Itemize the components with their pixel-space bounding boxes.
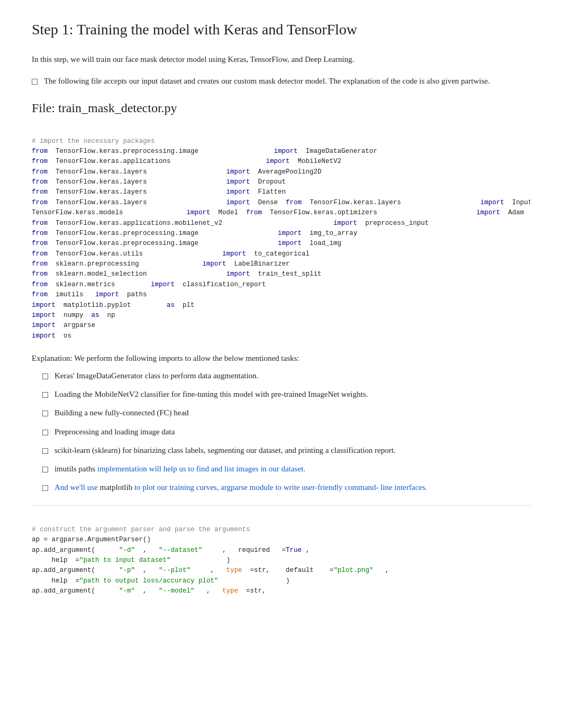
kw-from-12: from [32, 240, 48, 247]
bullet-icon-g: □ [42, 481, 48, 495]
kw-import-11: import [278, 230, 302, 237]
kw-from-9: from [246, 209, 262, 216]
explanation-text: Explanation: We perform the following im… [32, 352, 530, 365]
kw-import-8: import [187, 209, 211, 216]
kw-from-14: from [32, 260, 48, 268]
bullet-text-e: scikit-learn (sklearn) for binarizing cl… [55, 444, 396, 457]
code-block-imports: # import the necessary packages from Ten… [32, 124, 530, 343]
bullet-text-d: Preprocessing and loading image data [55, 426, 175, 438]
bullet-text-c: Building a new fully-connected (FC) head [55, 407, 189, 419]
bullet-item-c: □ Building a new fully-connected (FC) he… [42, 407, 530, 420]
bullets-list: □ Keras' ImageDataGenerator class to per… [42, 370, 530, 495]
code-block-argparse: # construct the argument parser and pars… [32, 512, 530, 598]
bullet-item-f: □ imutils paths implementation will help… [42, 463, 530, 476]
bullet-text-a: Keras' ImageDataGenerator class to perfo… [55, 370, 258, 382]
kw-from-7: from [286, 199, 302, 206]
bullet-text-b: Loading the MobileNetV2 classifier for f… [55, 388, 368, 401]
bullet-icon-f: □ [42, 463, 48, 476]
kw-import-10: import [333, 220, 357, 227]
str-9: "--model" [159, 587, 195, 595]
bullet-item-g: □ And we'll use matplotlib to plot our t… [42, 481, 530, 495]
type-2: type [222, 587, 238, 595]
kw-import-12: import [278, 240, 302, 247]
kw-true-1: True [286, 547, 302, 554]
kw-import-13: import [222, 250, 246, 258]
str-3: "path to input dataset" [79, 557, 171, 564]
kw-import-5: import [226, 188, 250, 196]
comment-line: # import the necessary packages [32, 138, 155, 145]
kw-import-9: import [476, 209, 500, 216]
kw-from-17: from [32, 291, 48, 298]
bullet-item-1: □ The following file accepts our input d… [32, 75, 530, 88]
explanation-label: Explanation: [32, 354, 72, 362]
kw-import-15: import [226, 270, 250, 278]
kw-import-4: import [226, 178, 250, 186]
page-heading: Step 1: Training the model with Keras an… [32, 21, 530, 42]
str-7: "path to output loss/accuracy plot" [79, 577, 219, 585]
kw-import-17: import [95, 291, 119, 298]
str-5: "--plot" [159, 567, 191, 574]
kw-import-2: import [266, 158, 290, 165]
bullet-icon-d: □ [42, 426, 48, 439]
str-6: "plot.png" [333, 567, 373, 574]
type-1: type [226, 567, 242, 574]
kw-from-15: from [32, 270, 48, 278]
highlight-blue-g2: to plot our training curves, argparse mo… [134, 483, 427, 492]
kw-as-2: as [92, 312, 99, 319]
str-4: "-p" [119, 567, 135, 574]
kw-import-6: import [226, 199, 250, 206]
kw-import-20: import [32, 322, 56, 329]
intro-paragraph: In this step, we will train our face mas… [32, 53, 530, 66]
bullet-item-b: □ Loading the MobileNetV2 classifier for… [42, 388, 530, 402]
bullet-item-e: □ scikit-learn (sklearn) for binarizing … [42, 444, 530, 458]
kw-as-1: as [167, 302, 175, 309]
kw-import-21: import [32, 332, 56, 340]
bullet-text-f: imutils paths implementation will help u… [55, 463, 305, 475]
bullet-text-1: The following file accepts our input dat… [44, 75, 490, 87]
highlight-blue-f: implementation will help us to find and … [97, 465, 305, 473]
bullet-icon-b: □ [42, 388, 48, 402]
kw-import-7: import [481, 199, 504, 206]
kw-import-3: import [226, 168, 250, 176]
bullet-icon-1: □ [32, 75, 38, 88]
bullet-text-g: And we'll use matplotlib to plot our tra… [55, 481, 427, 494]
str-2: "--dataset" [159, 547, 203, 554]
kw-from-10: from [32, 220, 48, 227]
kw-from-6: from [32, 199, 48, 206]
highlight-blue-g1: And we'll use [55, 483, 98, 492]
kw-import-1: import [274, 148, 298, 155]
str-8: "-m" [119, 587, 135, 595]
kw-import-16: import [151, 281, 175, 288]
kw-from-4: from [32, 178, 48, 186]
bullet-item-d: □ Preprocessing and loading image data [42, 426, 530, 439]
kw-from-2: from [32, 158, 48, 165]
kw-from-5: from [32, 188, 48, 196]
kw-from-1: from [32, 148, 48, 155]
kw-from-16: from [32, 281, 48, 288]
bullet-icon-a: □ [42, 370, 48, 383]
kw-from-13: from [32, 250, 48, 258]
file-heading: File: train_mask_detector.py [32, 101, 530, 115]
kw-from-3: from [32, 168, 48, 176]
bullet-icon-e: □ [42, 444, 48, 458]
explanation-desc: We perform the following imports to allo… [74, 354, 299, 362]
str-1: "-d" [119, 547, 135, 554]
bullet-item-a: □ Keras' ImageDataGenerator class to per… [42, 370, 530, 383]
comment-argparse: # construct the argument parser and pars… [32, 526, 250, 533]
kw-from-11: from [32, 230, 48, 237]
code-section-argparse: # construct the argument parser and pars… [32, 505, 530, 598]
bullet-icon-c: □ [42, 407, 48, 420]
kw-import-14: import [203, 260, 226, 268]
kw-import-18: import [32, 302, 56, 309]
kw-import-19: import [32, 312, 56, 319]
